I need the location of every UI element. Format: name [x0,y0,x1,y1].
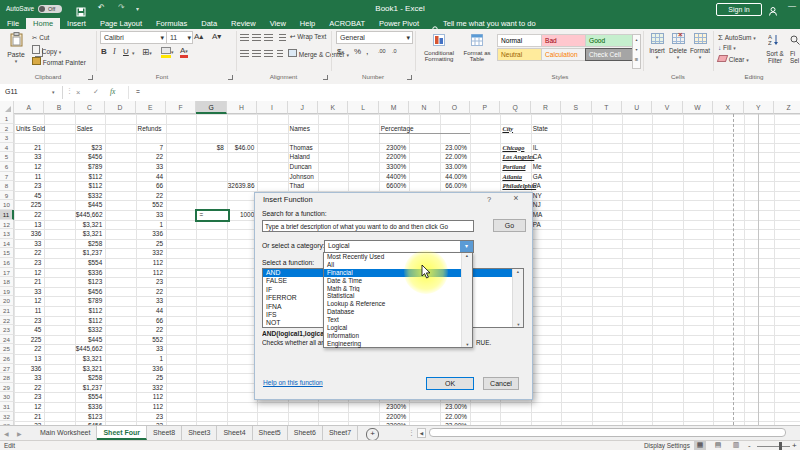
column-header-B[interactable]: B [44,101,74,114]
cell-style-calculation[interactable]: Calculation [541,48,589,61]
cell-J6[interactable]: Duncan [290,162,312,172]
cell-E22[interactable]: 66 [137,316,163,326]
category-option-logical[interactable]: Logical [324,324,462,332]
row-header-10[interactable]: 10 [0,200,14,210]
row-header-9[interactable]: 9 [0,191,14,201]
ribbon-tab-page-layout[interactable]: Page Layout [93,18,149,29]
tell-me-box[interactable]: Tell me what you want to do [432,18,536,29]
cell-C9[interactable]: $332 [76,191,102,201]
cell-style-normal[interactable]: Normal [497,34,545,47]
column-header-E[interactable]: E [136,101,166,114]
ribbon-tab-power-pivot[interactable]: Power Pivot [372,18,426,29]
scroll-down-icon[interactable]: ▾ [513,322,524,327]
row-header-19[interactable]: 19 [0,287,14,297]
dialog-close-icon[interactable]: × [507,193,525,205]
cell-M6[interactable]: 3300% [380,162,406,172]
cell-M8[interactable]: 6600% [380,181,406,191]
cell-C4[interactable]: $23 [76,143,102,153]
row-header-24[interactable]: 24 [0,335,14,345]
cell-A20[interactable]: 12 [15,296,41,306]
cell-O5[interactable]: 22.00% [441,152,467,162]
cell-R6[interactable]: Me [533,162,542,172]
cancel-entry-icon[interactable]: × [76,88,80,97]
row-header-30[interactable]: 30 [0,392,14,402]
sort-filter-button[interactable]: AZ Sort & Filter [762,32,788,64]
enter-entry-icon[interactable]: ✓ [93,88,99,96]
row-header-23[interactable]: 23 [0,325,14,335]
column-header-G[interactable]: G [196,101,226,114]
row-header-18[interactable]: 18 [0,277,14,287]
cell-M5[interactable]: 2200% [380,152,406,162]
column-header-S[interactable]: S [561,101,591,114]
column-header-Y[interactable]: Y [744,101,774,114]
ribbon-tab-view[interactable]: View [263,18,293,29]
normal-view-icon[interactable]: ▦ [694,441,706,450]
cell-E18[interactable]: 23 [137,277,163,287]
category-option-database[interactable]: Database [324,308,462,316]
decrease-decimal-button[interactable]: .0 [392,48,397,54]
cell-C28[interactable]: $258 [76,373,102,383]
cell-A28[interactable]: 33 [15,373,41,383]
cell-A19[interactable]: 33 [15,287,41,297]
cell-E21[interactable]: 44 [137,306,163,316]
row-header-27[interactable]: 27 [0,364,14,374]
delete-cells-button[interactable]: × Delete ▾ [668,33,688,60]
cell-H8[interactable]: 32639.86 [228,181,254,191]
wrap-text-button[interactable]: ↩ Wrap Text [290,33,326,41]
row-header-12[interactable]: 12 [0,220,14,230]
cell-A9[interactable]: 45 [15,191,41,201]
page-layout-view-icon[interactable]: ▤ [712,441,724,450]
column-header-X[interactable]: X [713,101,743,114]
cell-R10[interactable]: NJ [533,200,541,210]
column-header-T[interactable]: T [592,101,622,114]
cell-J8[interactable]: Thad [290,181,305,191]
cell-A4[interactable]: 21 [15,143,41,153]
cell-J5[interactable]: Haland [290,152,310,162]
column-header-A[interactable]: A [14,101,44,114]
minimize-icon[interactable]: — [788,1,796,10]
ribbon-tab-file[interactable]: File [0,18,26,29]
column-header-N[interactable]: N [409,101,439,114]
row-header-3[interactable]: 3 [0,133,14,143]
cell-A14[interactable]: 33 [15,239,41,249]
name-box-dropdown-icon[interactable]: ▾ [52,89,55,95]
cancel-button[interactable]: Cancel [483,377,519,390]
clear-button[interactable]: Clear ▾ [718,55,749,63]
align-left-icon[interactable] [240,50,249,57]
dropdown-scroll-down-icon[interactable]: ▾ [462,342,473,347]
row-header-22[interactable]: 22 [0,316,14,326]
row-header-13[interactable]: 13 [0,229,14,239]
hscroll-left-icon[interactable]: ◀ [417,428,426,438]
cell-C11[interactable]: $445,662 [76,210,102,220]
sheet-tab-sheet4[interactable]: Sheet4 [217,426,252,440]
cell-E24[interactable]: 552 [137,335,163,345]
dialog-help-icon[interactable]: ? [483,195,495,204]
cell-Q4[interactable]: Chicago [502,143,524,153]
ribbon-tab-insert[interactable]: Insert [60,18,93,29]
dropdown-scroll-up-icon[interactable]: ▴ [462,253,472,258]
cell-style-good[interactable]: Good [585,34,633,47]
conditional-formatting-button[interactable]: Conditional Formatting [419,32,459,62]
row-header-17[interactable]: 17 [0,268,14,278]
cell-R12[interactable]: PA [533,220,541,230]
cell-style-bad[interactable]: Bad [541,34,589,47]
row-header-16[interactable]: 16 [0,258,14,268]
sheet-tab-sheet8[interactable]: Sheet8 [147,426,182,440]
cell-C32[interactable]: $123 [76,412,102,422]
cell-E31[interactable]: 112 [137,402,163,412]
percent-style-button[interactable]: % [354,47,361,56]
name-box[interactable]: G11 [5,88,18,95]
cut-button[interactable]: ✂ Cut [32,34,49,42]
number-dialog-launcher[interactable] [407,75,412,80]
row-header-20[interactable]: 20 [0,296,14,306]
cell-C19[interactable]: $456 [76,287,102,297]
cell-G4[interactable]: $8 [197,143,223,153]
column-header-U[interactable]: U [622,101,652,114]
align-middle-icon[interactable] [252,34,261,41]
cell-A12[interactable]: 13 [15,220,41,230]
cell-C5[interactable]: $456 [76,152,102,162]
zoom-slider-handle[interactable] [779,442,782,450]
cell-O4[interactable]: 23.00% [441,143,467,153]
cell-J4[interactable]: Thomas [290,143,313,153]
cell-C24[interactable]: $445 [76,335,102,345]
